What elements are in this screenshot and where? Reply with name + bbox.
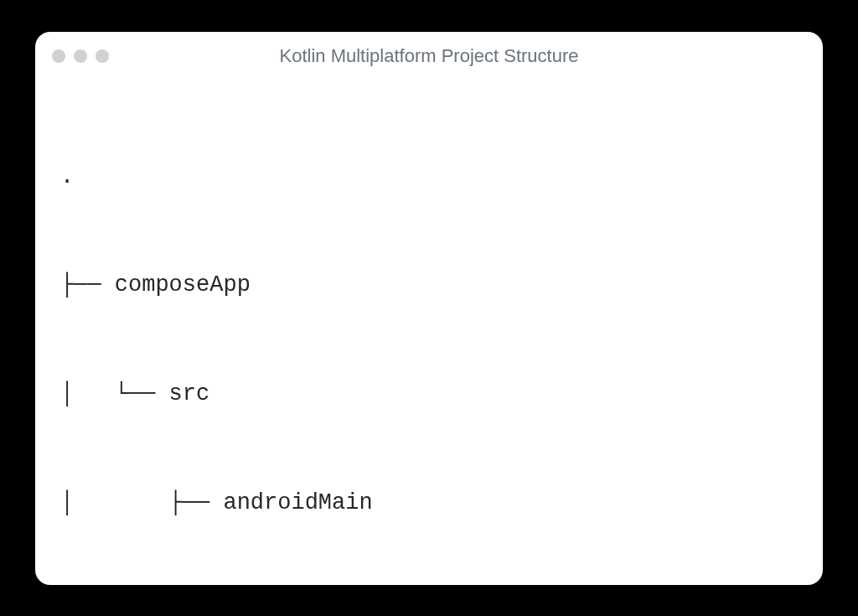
window: Kotlin Multiplatform Project Structure .… [35, 32, 823, 585]
titlebar: Kotlin Multiplatform Project Structure [35, 32, 823, 74]
tree-line: │ ├── androidMain [60, 485, 798, 521]
tree-line: ├── composeApp [60, 267, 798, 303]
tree-view: . ├── composeApp │ └── src │ ├── android… [35, 74, 823, 585]
window-title: Kotlin Multiplatform Project Structure [52, 45, 806, 67]
close-icon[interactable] [52, 49, 65, 63]
tree-line: . [60, 159, 798, 195]
minimize-icon[interactable] [74, 49, 87, 63]
tree-line: │ └── src [60, 376, 798, 412]
traffic-lights [52, 49, 109, 63]
maximize-icon[interactable] [96, 49, 109, 63]
